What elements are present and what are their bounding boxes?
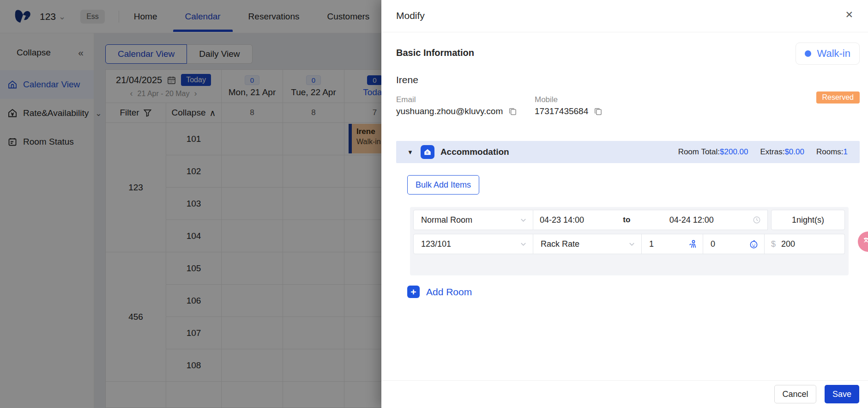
room-total: Room Total:$200.00 (678, 147, 748, 157)
adult-icon (688, 239, 697, 249)
stay-datetime-range: 04-23 14:00 to 04-24 12:00 (533, 210, 768, 230)
translate-fab[interactable] (854, 228, 868, 256)
clock-icon (753, 216, 761, 224)
room-type-select[interactable]: Normal Room (413, 210, 533, 230)
email-row: yushuang.zhou@kluvy.com (396, 106, 517, 116)
adults-value: 1 (649, 239, 654, 249)
booking-type-label: Walk-in (817, 48, 850, 60)
extras-total: Extras:$0.00 (760, 147, 804, 157)
add-room-button[interactable]: + Add Room (407, 286, 472, 298)
email-label: Email (396, 95, 416, 104)
item-row: Normal Room 04-23 14:00 to 04-24 12:00 1… (413, 210, 845, 230)
booking-type-selector[interactable]: Walk-in (796, 43, 860, 65)
copy-email-icon[interactable] (508, 107, 517, 116)
accommodation-title: Accommodation (440, 147, 509, 157)
save-button[interactable]: Save (825, 385, 859, 403)
room-type-value: Normal Room (421, 215, 472, 225)
walkin-dot-icon (805, 50, 811, 57)
currency-symbol: $ (771, 239, 776, 249)
adults-input[interactable]: 1 (642, 234, 703, 254)
price-input[interactable]: $ 200 (765, 234, 845, 254)
rate-plan-value: Rack Rate (541, 239, 579, 249)
mobile-value: 17317435684 (535, 106, 588, 116)
close-icon[interactable]: ✕ (845, 9, 853, 20)
plus-square-icon: + (407, 286, 420, 298)
mobile-row: 17317435684 (535, 106, 603, 116)
chevron-down-icon (520, 217, 527, 224)
mobile-label: Mobile (535, 95, 558, 104)
room-number-select[interactable]: 123/101 (413, 234, 533, 254)
basic-information-title: Basic Information (396, 48, 474, 58)
rooms-count: Rooms:1 (816, 147, 848, 157)
guest-name: Irene (396, 74, 418, 85)
drawer-footer-divider (381, 380, 868, 381)
nights-count: 1night(s) (771, 210, 845, 230)
email-value: yushuang.zhou@kluvy.com (396, 106, 503, 116)
drawer-title: Modify (396, 10, 425, 21)
children-value: 0 (711, 239, 715, 249)
rate-plan-select[interactable]: Rack Rate (533, 234, 642, 254)
check-out-datetime[interactable]: 04-24 12:00 (669, 215, 714, 225)
modify-drawer: Modify ✕ Basic Information Walk-in Irene… (381, 0, 868, 408)
add-room-label: Add Room (426, 286, 472, 298)
price-value: 200 (781, 239, 795, 249)
room-row: 123/101 Rack Rate 1 0 (413, 234, 845, 254)
child-icon (749, 239, 759, 249)
status-badge: Reserved (816, 91, 860, 104)
cancel-button[interactable]: Cancel (774, 385, 816, 403)
app-root: 123 ⌄ Ess Home Calendar Reservations Cus… (0, 0, 868, 408)
check-in-datetime[interactable]: 04-23 14:00 (540, 215, 584, 225)
drawer-header-divider (381, 32, 868, 32)
room-number-value: 123/101 (421, 239, 451, 249)
chevron-down-icon (520, 241, 527, 248)
room-item-card: Normal Room 04-23 14:00 to 04-24 12:00 1… (410, 207, 849, 275)
bulk-add-items-button[interactable]: Bulk Add Items (407, 175, 479, 195)
caret-down-icon[interactable]: ▼ (407, 149, 413, 156)
to-label: to (623, 215, 630, 225)
accommodation-totals: Room Total:$200.00 Extras:$0.00 Rooms:1 (678, 147, 848, 157)
copy-mobile-icon[interactable] (594, 107, 603, 116)
accommodation-header: ▼ Accommodation Room Total:$200.00 Extra… (396, 141, 860, 163)
chevron-down-icon (628, 241, 635, 248)
children-input[interactable]: 0 (703, 234, 765, 254)
accommodation-house-icon (421, 145, 434, 159)
